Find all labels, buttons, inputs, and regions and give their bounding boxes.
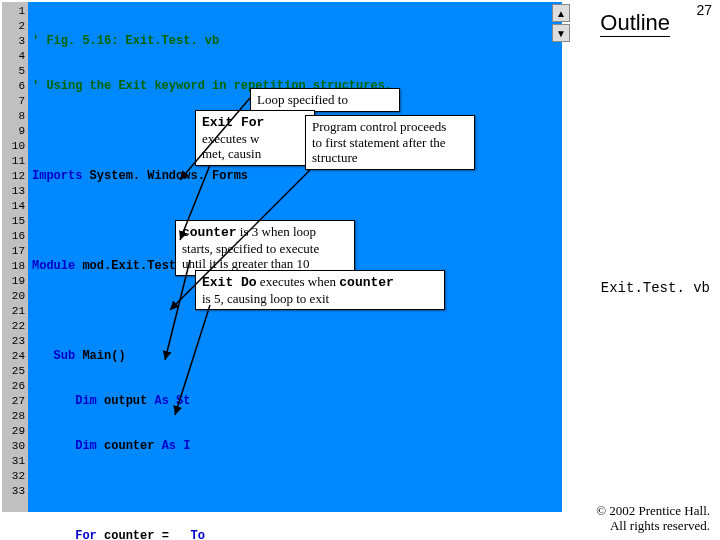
- code-text: output: [97, 394, 155, 408]
- callout-text: counter: [182, 225, 237, 240]
- outline-heading: Outline: [600, 10, 670, 37]
- callout-exit-do: Exit Do executes when counter is 5, caus…: [195, 270, 445, 310]
- down-arrow-icon: ▼: [556, 28, 566, 39]
- slide-number: 27: [696, 2, 712, 18]
- callout-text: until it is greater than 10: [182, 256, 309, 271]
- callout-text: executes w: [202, 131, 259, 146]
- code-text: Dim: [75, 439, 97, 453]
- filename-label: Exit.Test. vb: [601, 280, 710, 296]
- callout-text: Exit Do: [202, 275, 257, 290]
- code-text: As St: [154, 394, 190, 408]
- callout-exit-for: Exit For executes w met, causin: [195, 110, 315, 166]
- callout-text: executes when: [257, 274, 340, 289]
- code-text: Imports: [32, 169, 82, 183]
- callout-text: counter: [339, 275, 394, 290]
- code-text: As I: [162, 439, 191, 453]
- copyright-line: All rights reserved.: [610, 518, 710, 533]
- code-text: counter =: [97, 529, 176, 540]
- callout-text: Loop specified to: [257, 92, 348, 107]
- code-text: counter: [97, 439, 162, 453]
- callout-text: Exit For: [202, 115, 264, 130]
- up-arrow-icon: ▲: [556, 8, 566, 19]
- code-text: To: [176, 529, 205, 540]
- callout-loop-spec: Loop specified to: [250, 88, 400, 112]
- callout-counter-3: counter is 3 when loop starts, specified…: [175, 220, 355, 276]
- code-text: ' Fig. 5.16: Exit.Test. vb: [32, 34, 219, 48]
- code-text: System. Windows. Forms: [82, 169, 248, 183]
- code-text: Main(): [75, 349, 125, 363]
- code-text: Dim: [75, 394, 97, 408]
- nav-down-button[interactable]: ▼: [552, 24, 570, 42]
- nav-buttons: ▲ ▼: [552, 4, 570, 44]
- code-text: For: [75, 529, 97, 540]
- code-text: Sub: [54, 349, 76, 363]
- code-text: mod.Exit.Test: [75, 259, 176, 273]
- code-text: Module: [32, 259, 75, 273]
- callout-text: met, causin: [202, 146, 261, 161]
- callout-text: Program control proceeds: [312, 119, 446, 134]
- copyright-line: © 2002 Prentice Hall.: [596, 503, 710, 518]
- callout-text: starts, specified to execute: [182, 241, 319, 256]
- nav-up-button[interactable]: ▲: [552, 4, 570, 22]
- callout-text: is 3 when loop: [237, 224, 316, 239]
- callout-text: to first statement after the: [312, 135, 446, 150]
- callout-text: is 5, causing loop to exit: [202, 291, 329, 306]
- callout-program-control: Program control proceeds to first statem…: [305, 115, 475, 170]
- callout-text: structure: [312, 150, 357, 165]
- line-gutter: 12345678910 11121314151617181920 2122232…: [2, 2, 28, 512]
- copyright: © 2002 Prentice Hall. All rights reserve…: [596, 503, 710, 534]
